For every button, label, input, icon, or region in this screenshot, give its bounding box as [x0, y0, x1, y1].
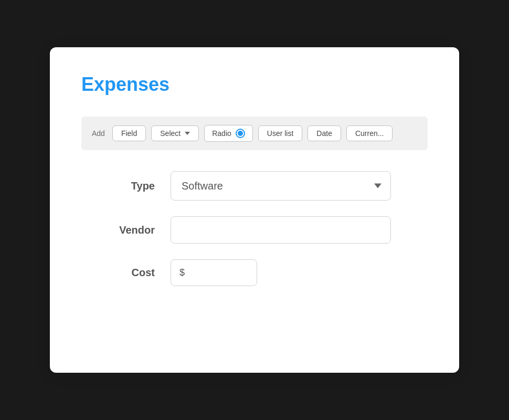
select-button-label: Select [160, 129, 181, 138]
cost-input-wrapper: $ [171, 259, 257, 286]
add-label: Add [92, 129, 105, 138]
cost-input[interactable] [187, 267, 248, 278]
vendor-input[interactable] [171, 216, 391, 244]
type-select[interactable]: Software Hardware Travel Other [171, 171, 391, 201]
type-field-group: Type Software Hardware Travel Other [81, 171, 428, 201]
date-button[interactable]: Date [307, 125, 341, 141]
date-button-label: Date [316, 129, 332, 138]
chevron-down-icon [185, 132, 190, 135]
radio-button[interactable]: Radio [204, 125, 253, 142]
radio-selected-indicator [238, 131, 243, 136]
vendor-field-group: Vendor [81, 216, 428, 244]
radio-icon [236, 129, 245, 138]
userlist-button-label: User list [267, 129, 294, 138]
field-button[interactable]: Field [112, 125, 146, 141]
cost-currency-symbol: $ [179, 267, 185, 278]
expenses-card: Expenses Add Field Select Radio User lis… [50, 47, 459, 373]
type-label: Type [81, 180, 155, 192]
select-button[interactable]: Select [151, 125, 199, 141]
radio-button-label: Radio [212, 129, 231, 138]
vendor-label: Vendor [81, 224, 155, 236]
field-button-label: Field [121, 129, 137, 138]
cost-field-group: Cost $ [81, 259, 428, 286]
currency-button[interactable]: Curren... [346, 125, 393, 141]
page-title: Expenses [81, 74, 428, 96]
currency-button-label: Curren... [355, 129, 384, 138]
type-select-wrapper: Software Hardware Travel Other [171, 171, 391, 201]
cost-label: Cost [81, 267, 155, 279]
toolbar: Add Field Select Radio User list Date Cu… [81, 117, 428, 150]
userlist-button[interactable]: User list [258, 125, 303, 141]
